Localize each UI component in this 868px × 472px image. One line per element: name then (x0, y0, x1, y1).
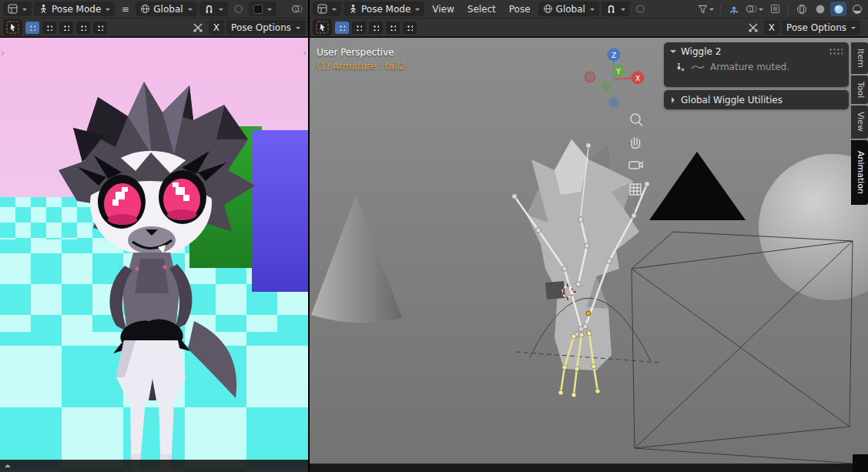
axis-neg-y[interactable] (602, 82, 612, 92)
tool-option-toggle[interactable] (59, 22, 73, 34)
menu-view[interactable]: View (427, 4, 459, 15)
viewport-3d-left[interactable]: › ‹ (0, 38, 308, 472)
mirror-transform-button[interactable] (190, 20, 206, 35)
editor-type-button[interactable] (313, 2, 341, 16)
proportional-editing-button[interactable] (230, 2, 246, 16)
active-tool-button[interactable] (313, 19, 332, 35)
orientation-dropdown[interactable]: Global (136, 2, 196, 16)
visibility-filter-button[interactable] (696, 2, 716, 16)
tab-tool[interactable]: Tool (851, 75, 868, 104)
clear-button[interactable]: X (209, 20, 224, 35)
axis-z-label: Z (612, 52, 616, 59)
crossed-arrows-icon (193, 22, 203, 33)
editor-corner-handle[interactable] (853, 454, 868, 472)
material-preview-shading-icon (833, 4, 844, 15)
tweak-tool-icon (6, 21, 19, 34)
magnet-icon (204, 4, 214, 14)
overlays-icon (746, 4, 757, 14)
xray-icon (770, 4, 780, 14)
tool-option-toggle[interactable] (25, 22, 39, 34)
shading-solid-button[interactable] (812, 2, 828, 16)
menu-select[interactable]: Select (462, 4, 501, 15)
axis-neg-z[interactable] (609, 98, 619, 108)
shading-material-button[interactable] (830, 2, 846, 16)
tool-option-toggle[interactable] (42, 22, 56, 34)
right-tool-settings-bar: X Pose Options (310, 18, 868, 37)
gizmo-arrows-icon (729, 4, 739, 15)
proportional-editing-button[interactable] (632, 2, 648, 16)
clear-button[interactable]: X (764, 20, 779, 35)
orientation-label: Global (153, 4, 183, 15)
right-viewport-footer (310, 464, 853, 472)
sidebar-expand-icon[interactable]: ‹ (303, 49, 307, 58)
panel-title: Global Wiggle Utilities (681, 95, 783, 105)
expand-footer-icon[interactable] (5, 461, 11, 467)
pose-mode-icon (348, 4, 358, 14)
sidebar-tabs: Item Tool View Animation (851, 42, 868, 205)
shading-wireframe-button[interactable] (793, 2, 809, 16)
tool-option-toggle[interactable] (352, 22, 366, 34)
view-perspective-label: User Perspective (317, 47, 394, 58)
shading-rendered-button[interactable] (849, 2, 865, 16)
mode-dropdown[interactable]: Pose Mode (34, 2, 115, 16)
right-viewport-header: Pose Mode View Select Pose Global (310, 0, 868, 18)
pose-options-dropdown[interactable]: Pose Options (226, 20, 305, 35)
left-scene (0, 38, 308, 472)
chevron-down-icon[interactable] (670, 50, 676, 56)
pose-mode-icon (39, 4, 49, 14)
left-viewport-header: Pose Mode ≡ Global (0, 0, 308, 18)
orientation-dropdown[interactable]: Global (538, 2, 599, 16)
overlays-icon (291, 4, 303, 14)
wireframe-shading-icon (796, 4, 807, 15)
tweak-tool-icon (316, 21, 329, 34)
mute-curve-icon[interactable] (691, 62, 705, 72)
mode-dropdown[interactable]: Pose Mode (344, 2, 424, 16)
magnet-icon (606, 4, 616, 14)
xray-toggle-button[interactable] (767, 2, 783, 16)
tab-view[interactable]: View (851, 105, 868, 138)
toolbar-expand-icon[interactable]: › (1, 49, 5, 58)
show-overlays-button[interactable] (744, 2, 765, 16)
active-tool-button[interactable] (3, 19, 22, 35)
filter-funnel-icon (698, 5, 708, 14)
tool-option-toggle[interactable] (93, 22, 107, 34)
axis-neg-x[interactable] (585, 72, 595, 82)
tab-animation[interactable]: Animation (851, 140, 868, 205)
crossed-arrows-icon (748, 22, 759, 33)
mode-label: Pose Mode (52, 4, 101, 15)
tool-option-toggle[interactable] (369, 22, 383, 34)
pose-options-label: Pose Options (786, 22, 846, 33)
editor-type-button[interactable] (3, 2, 32, 16)
mirror-transform-button[interactable] (746, 20, 762, 35)
snap-button[interactable] (199, 2, 228, 16)
grip-dots-icon[interactable] (829, 48, 843, 55)
active-object-label: (1) Armature : tail2 (317, 61, 405, 72)
viewport-left: Pose Mode ≡ Global (0, 0, 308, 472)
armature-muted-label: Armature muted. (710, 62, 789, 72)
mode-label: Pose Mode (361, 4, 411, 15)
collapsed-menus-button[interactable]: ≡ (117, 2, 133, 16)
tool-option-toggle[interactable] (76, 22, 90, 34)
tab-item[interactable]: Item (851, 42, 868, 74)
proportional-circle-icon (635, 4, 645, 14)
overlays-button[interactable] (289, 2, 305, 16)
show-gizmos-button[interactable] (726, 2, 742, 16)
wiggle2-panel: Wiggle 2 Armature muted. (664, 42, 849, 87)
left-viewport-footer (0, 460, 308, 472)
tool-option-toggle[interactable] (386, 22, 400, 34)
orientation-label: Global (556, 4, 585, 15)
snap-button[interactable] (602, 2, 630, 16)
clear-label: X (213, 22, 220, 33)
swatch-icon (253, 5, 263, 14)
global-orientation-icon (543, 4, 553, 14)
tool-option-toggle[interactable] (335, 22, 349, 34)
tool-option-toggle[interactable] (403, 22, 417, 34)
purple-block-object[interactable] (252, 130, 308, 292)
panel-title: Wiggle 2 (681, 46, 721, 57)
global-wiggle-utilities-panel[interactable]: Global Wiggle Utilities (664, 90, 849, 109)
falloff-swatch-dropdown[interactable] (249, 2, 276, 16)
wiggle-physics-icon[interactable] (675, 62, 685, 72)
pose-options-dropdown[interactable]: Pose Options (782, 20, 860, 35)
clear-label: X (769, 22, 775, 33)
menu-pose[interactable]: Pose (504, 4, 536, 15)
